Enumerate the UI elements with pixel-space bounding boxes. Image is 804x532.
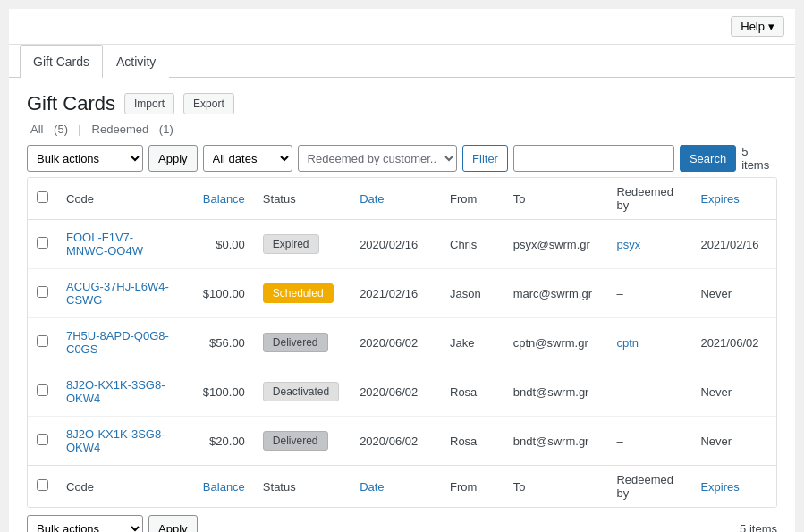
search-button[interactable]: Search [680,145,736,172]
sort-balance-link[interactable]: Balance [203,192,245,206]
page-header: Gift Cards Import Export [27,92,777,115]
row-date: 2020/06/02 [351,417,441,466]
items-count-bottom: 5 items [740,522,777,533]
row-from: Jason [441,269,504,318]
row-checkbox-cell [28,417,57,466]
sort-balance-footer-link[interactable]: Balance [203,480,245,494]
row-expires: Never [691,367,776,417]
sort-expires-footer-link[interactable]: Expires [700,480,739,494]
header-checkbox-cell [28,178,57,220]
row-to: bndt@swrm.gr [504,367,608,417]
sort-expires-link[interactable]: Expires [700,192,739,206]
row-redeemed-by: – [607,417,691,466]
table-row: 8J2O-KX1K-3SG8-OKW4 $100.00 Deactivated … [28,367,776,417]
table-row: 7H5U-8APD-Q0G8-C0GS $56.00 Delivered 202… [28,318,776,367]
page-wrapper: Help ▾ Gift Cards Activity Gift Cards Im… [9,9,795,532]
row-balance: $100.00 [181,367,254,417]
status-badge: Expired [263,234,319,254]
filter-button[interactable]: Filter [462,145,508,172]
footer-date: Date [351,466,441,508]
export-button[interactable]: Export [183,93,234,114]
code-link[interactable]: ACUG-37HJ-L6W4-CSWG [66,280,169,307]
import-button[interactable]: Import [124,93,174,114]
sort-date-footer-link[interactable]: Date [360,480,384,494]
footer-checkbox-cell [28,466,57,508]
row-checkbox[interactable] [37,237,48,249]
header-status: Status [254,178,351,220]
select-all-checkbox[interactable] [37,191,48,203]
help-button[interactable]: Help ▾ [731,16,784,37]
row-status: Delivered [254,318,351,367]
bulk-actions-select[interactable]: Bulk actions [27,145,143,172]
row-checkbox[interactable] [37,286,48,298]
header-code: Code [57,178,181,220]
row-code: 8J2O-KX1K-3SG8-OKW4 [57,367,181,417]
table-row: FOOL-F1V7-MNWC-OO4W $0.00 Expired 2020/0… [28,220,776,269]
tab-gift-cards[interactable]: Gift Cards [20,45,103,78]
row-checkbox-cell [28,269,57,318]
redeemed-by-link[interactable]: psyx [616,238,640,251]
row-status: Scheduled [254,269,351,318]
status-badge: Scheduled [263,283,334,303]
toolbar-right: Search 5 items [513,145,777,172]
row-balance: $100.00 [181,269,254,318]
row-status: Expired [254,220,351,269]
sort-date-link[interactable]: Date [360,192,384,206]
header-expires: Expires [691,178,776,220]
page-title: Gift Cards [27,92,115,115]
apply-button-bottom[interactable]: Apply [148,515,198,532]
header-redeemed-by: Redeemed by [607,178,691,220]
customer-filter-select[interactable]: Redeemed by customer... [298,145,458,172]
row-checkbox[interactable] [37,384,48,396]
filter-links: All (5) | Redeemed (1) [27,122,777,136]
row-code: FOOL-F1V7-MNWC-OO4W [57,220,181,269]
top-toolbar: Bulk actions Apply All dates Redeemed by… [27,145,777,172]
redeemed-by-value: – [616,435,622,448]
help-chevron-icon: ▾ [768,20,774,33]
footer-balance: Balance [181,466,254,508]
select-all-footer-checkbox[interactable] [37,479,48,491]
footer-to: To [504,466,608,508]
row-from: Rosa [441,367,504,417]
row-checkbox[interactable] [37,434,48,445]
bulk-actions-select-bottom[interactable]: Bulk actions [27,515,143,532]
tabs: Gift Cards Activity [9,45,795,78]
row-redeemed-by: – [607,367,691,417]
row-redeemed-by: psyx [607,220,691,269]
row-to: bndt@swrm.gr [504,417,608,466]
apply-button-top[interactable]: Apply [148,145,198,172]
filter-redeemed-link[interactable]: Redeemed (1) [89,122,177,136]
search-input[interactable] [513,145,674,172]
bottom-left: Bulk actions Apply [27,515,198,532]
header-from: From [441,178,504,220]
table-row: ACUG-37HJ-L6W4-CSWG $100.00 Scheduled 20… [28,269,776,318]
footer-redeemed-by: Redeemed by [607,466,691,508]
row-checkbox[interactable] [37,335,48,347]
row-checkbox-cell [28,220,57,269]
row-date: 2021/02/16 [351,269,441,318]
row-date: 2020/06/02 [351,367,441,417]
redeemed-by-value: – [616,385,622,399]
code-link[interactable]: 8J2O-KX1K-3SG8-OKW4 [66,378,165,405]
tab-activity[interactable]: Activity [103,45,169,78]
code-link[interactable]: 7H5U-8APD-Q0G8-C0GS [66,329,169,356]
help-label: Help [741,20,765,33]
date-filter-select[interactable]: All dates [203,145,292,172]
row-date: 2020/06/02 [351,318,441,367]
row-from: Rosa [441,417,504,466]
footer-expires: Expires [691,466,776,508]
status-badge: Deactivated [263,382,339,401]
main-content: Gift Cards Import Export All (5) | Redee… [9,78,795,532]
row-balance: $0.00 [181,220,254,269]
table-footer-row: Code Balance Status Date From [28,466,776,508]
status-badge: Delivered [263,333,328,352]
code-link[interactable]: 8J2O-KX1K-3SG8-OKW4 [66,427,165,454]
row-to: marc@swrm.gr [504,269,608,318]
row-date: 2020/02/16 [351,220,441,269]
redeemed-by-link[interactable]: cptn [616,336,639,350]
bottom-toolbar: Bulk actions Apply 5 items [27,515,777,532]
table-header-row: Code Balance Status Date From [28,178,776,220]
code-link[interactable]: FOOL-F1V7-MNWC-OO4W [66,231,143,258]
row-to: psyx@swrm.gr [504,220,608,269]
filter-all-link[interactable]: All (5) [27,122,75,136]
